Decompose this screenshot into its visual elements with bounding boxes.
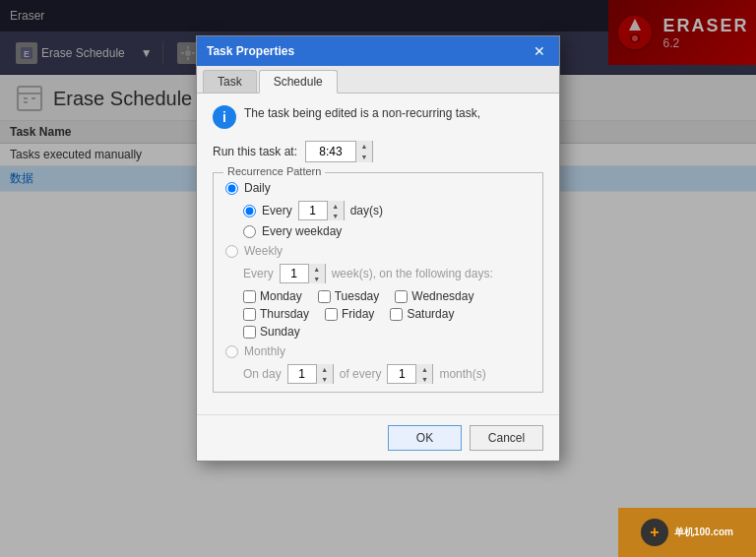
watermark-site: 单机100.com — [674, 526, 733, 539]
monthly-months-field[interactable] — [388, 365, 415, 383]
dialog-title: Task Properties — [207, 44, 530, 58]
thursday-label[interactable]: Thursday — [260, 307, 309, 321]
days-row-1: Monday Tuesday Wednesday — [243, 289, 531, 303]
day-spin-buttons: ▲ ▼ — [327, 201, 344, 220]
weekly-every-label: Every — [243, 267, 274, 280]
sunday-checkbox[interactable] — [243, 326, 256, 339]
monthly-day-input[interactable]: ▲ ▼ — [287, 364, 334, 384]
monthly-radio-option: Monthly — [225, 344, 531, 358]
every-weekday-label[interactable]: Every weekday — [262, 224, 342, 238]
time-spin-buttons: ▲ ▼ — [355, 141, 372, 162]
dialog-footer: OK Cancel — [197, 414, 559, 461]
monthly-months-unit: month(s) — [439, 367, 485, 381]
info-text: The task being edited is a non-recurring… — [244, 105, 480, 122]
cancel-button[interactable]: Cancel — [470, 425, 543, 451]
monthly-day-spin: ▲ ▼ — [316, 364, 333, 384]
monthly-months-down[interactable]: ▼ — [416, 374, 432, 384]
dialog-close-button[interactable]: ✕ — [530, 41, 549, 61]
day-down-button[interactable]: ▼ — [328, 211, 344, 220]
days-row-3: Sunday — [243, 325, 531, 339]
time-input[interactable]: ▲ ▼ — [305, 141, 373, 162]
monthly-radio[interactable] — [225, 345, 238, 358]
tab-task[interactable]: Task — [203, 70, 257, 93]
weekly-radio-option: Weekly — [225, 244, 531, 258]
saturday-label[interactable]: Saturday — [407, 307, 454, 321]
run-time-row: Run this task at: ▲ ▼ — [213, 141, 543, 162]
info-box: i The task being edited is a non-recurri… — [213, 105, 543, 129]
time-field[interactable] — [306, 143, 355, 160]
week-spin-buttons: ▲ ▼ — [308, 264, 325, 283]
weekly-days: Monday Tuesday Wednesday — [225, 289, 531, 339]
monthly-on-day-label: On day — [243, 367, 282, 381]
tuesday-checkbox[interactable] — [318, 290, 331, 303]
monthly-day-field[interactable] — [288, 365, 316, 383]
friday-check: Friday — [325, 307, 374, 321]
thursday-check: Thursday — [243, 307, 309, 321]
main-window: Eraser — □ ✕ E Erase Schedule ▼ — [0, 0, 756, 557]
monthly-months-input[interactable]: ▲ ▼ — [387, 364, 433, 384]
day-count-field[interactable] — [299, 202, 327, 219]
monthly-options: On day ▲ ▼ of every ▲ — [225, 364, 531, 384]
tab-schedule[interactable]: Schedule — [259, 70, 338, 93]
tuesday-label[interactable]: Tuesday — [335, 289, 380, 303]
watermark-icon: + — [641, 519, 668, 546]
every-day-radio[interactable] — [243, 205, 256, 217]
daily-radio[interactable] — [225, 182, 238, 195]
daily-sub-options: Every ▲ ▼ day(s) — [225, 201, 531, 238]
thursday-checkbox[interactable] — [243, 308, 256, 321]
every-day-label: Every — [262, 204, 292, 217]
daily-label[interactable]: Daily — [244, 181, 271, 195]
daily-radio-option: Daily — [225, 181, 531, 195]
dialog-body: i The task being edited is a non-recurri… — [197, 93, 559, 414]
dialog-tabs: Task Schedule — [197, 66, 559, 93]
monthly-label[interactable]: Monthly — [244, 344, 285, 358]
monthly-of-every-label: of every — [340, 367, 382, 381]
dialog-title-bar: Task Properties ✕ — [197, 36, 559, 66]
friday-label[interactable]: Friday — [342, 307, 374, 321]
tuesday-check: Tuesday — [318, 289, 380, 303]
week-up-button[interactable]: ▲ — [309, 264, 325, 274]
modal-overlay: Task Properties ✕ Task Schedule i The ta… — [0, 0, 756, 557]
monthly-day-down[interactable]: ▼ — [317, 374, 333, 384]
time-up-button[interactable]: ▲ — [356, 141, 372, 152]
monday-check: Monday — [243, 289, 302, 303]
watermark-text: 单机100.com — [674, 526, 733, 539]
week-down-button[interactable]: ▼ — [309, 274, 325, 283]
weekday-radio[interactable] — [243, 225, 256, 238]
wednesday-label[interactable]: Wednesday — [411, 289, 473, 303]
recurrence-group: Recurrence Pattern Daily Every — [213, 172, 543, 393]
friday-checkbox[interactable] — [325, 308, 338, 321]
monthly-months-up[interactable]: ▲ — [416, 364, 432, 374]
every-weekday-option: Every weekday — [243, 224, 531, 238]
wednesday-check: Wednesday — [395, 289, 473, 303]
day-unit: day(s) — [350, 204, 383, 217]
monday-label[interactable]: Monday — [260, 289, 302, 303]
days-row-2: Thursday Friday Saturday — [243, 307, 531, 321]
monthly-months-spin: ▲ ▼ — [415, 364, 432, 384]
day-count-input[interactable]: ▲ ▼ — [298, 201, 345, 220]
info-icon: i — [213, 105, 236, 129]
time-down-button[interactable]: ▼ — [356, 152, 372, 162]
recurrence-legend: Recurrence Pattern — [223, 165, 325, 177]
monthly-day-up[interactable]: ▲ — [317, 364, 333, 374]
watermark: + 单机100.com — [618, 508, 756, 557]
every-day-option: Every ▲ ▼ day(s) — [243, 201, 531, 220]
ok-button[interactable]: OK — [388, 425, 462, 451]
week-count-input[interactable]: ▲ ▼ — [280, 264, 326, 283]
monday-checkbox[interactable] — [243, 290, 256, 303]
wednesday-checkbox[interactable] — [395, 290, 408, 303]
saturday-check: Saturday — [390, 307, 454, 321]
weekly-radio[interactable] — [225, 245, 238, 258]
task-properties-dialog: Task Properties ✕ Task Schedule i The ta… — [196, 35, 560, 462]
day-up-button[interactable]: ▲ — [328, 201, 344, 211]
sunday-check: Sunday — [243, 325, 300, 339]
run-time-label: Run this task at: — [213, 145, 297, 158]
saturday-checkbox[interactable] — [390, 308, 403, 321]
sunday-label[interactable]: Sunday — [260, 325, 300, 339]
weekly-unit: week(s), on the following days: — [332, 267, 493, 280]
weekly-label[interactable]: Weekly — [244, 244, 283, 258]
weekly-every-row: Every ▲ ▼ week(s), on the following days… — [225, 264, 531, 283]
week-count-field[interactable] — [281, 265, 308, 282]
